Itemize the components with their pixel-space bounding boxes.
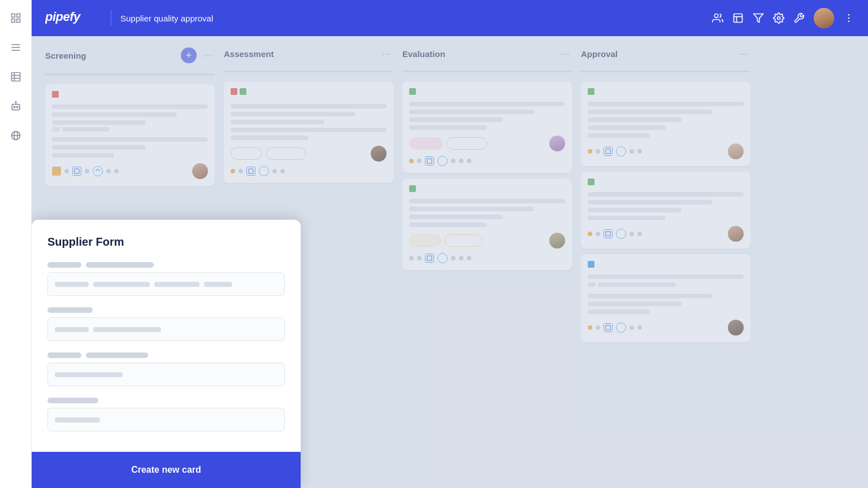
form-label-block [47, 352, 81, 358]
header-divider [111, 10, 111, 26]
svg-rect-23 [734, 14, 743, 23]
form-input-2[interactable] [47, 317, 285, 341]
board-area: Screening + ⋯ [32, 36, 868, 488]
form-label-block [86, 352, 148, 358]
wrench-icon[interactable] [793, 12, 805, 24]
svg-rect-3 [16, 19, 20, 23]
form-input-3[interactable] [47, 363, 285, 386]
svg-point-27 [778, 17, 780, 20]
filter-icon[interactable] [753, 12, 764, 24]
form-label-row-3 [47, 352, 285, 358]
header: pipefy Supplier quality approval [32, 0, 868, 36]
sidebar-icon-globe[interactable] [7, 127, 25, 145]
form-label-block [86, 262, 154, 268]
form-label-block [47, 398, 98, 403]
form-label-row-2 [47, 307, 285, 313]
form-label-block [47, 262, 81, 268]
form-input-1[interactable] [47, 272, 285, 296]
header-title: Supplier quality approval [120, 14, 213, 23]
users-icon[interactable] [712, 12, 723, 24]
sidebar-icon-list[interactable] [7, 38, 25, 56]
svg-point-29 [848, 18, 850, 19]
main-content: pipefy Supplier quality approval [32, 0, 868, 488]
sidebar-icon-robot[interactable] [7, 97, 25, 115]
settings-icon[interactable] [773, 12, 784, 24]
form-input-4[interactable] [47, 408, 285, 432]
sidebar-icon-table[interactable] [7, 68, 25, 86]
form-label-block [47, 307, 93, 313]
header-actions [712, 8, 854, 28]
svg-rect-11 [12, 104, 19, 110]
import-icon[interactable] [732, 12, 744, 24]
form-title: Supplier Form [47, 236, 285, 249]
create-new-card-button[interactable]: Create new card [32, 452, 301, 488]
form-label-row-4 [47, 398, 285, 403]
svg-text:pipefy: pipefy [45, 10, 81, 24]
svg-rect-1 [16, 14, 20, 18]
logo: pipefy [45, 8, 90, 28]
svg-rect-0 [11, 14, 15, 18]
more-icon[interactable] [843, 12, 854, 24]
user-avatar[interactable] [814, 8, 834, 28]
svg-rect-2 [11, 19, 15, 23]
svg-point-30 [848, 21, 850, 23]
sidebar-icon-grid[interactable] [7, 9, 25, 27]
svg-point-28 [848, 14, 850, 16]
form-body: Supplier Form [32, 220, 301, 452]
svg-point-22 [714, 14, 718, 18]
svg-rect-7 [11, 73, 20, 81]
svg-point-13 [16, 106, 18, 108]
svg-marker-26 [754, 14, 763, 23]
supplier-form-panel: Supplier Form [32, 220, 301, 488]
sidebar [0, 0, 32, 488]
svg-point-15 [15, 102, 16, 103]
form-label-row-1 [47, 262, 285, 268]
svg-point-12 [14, 106, 15, 108]
